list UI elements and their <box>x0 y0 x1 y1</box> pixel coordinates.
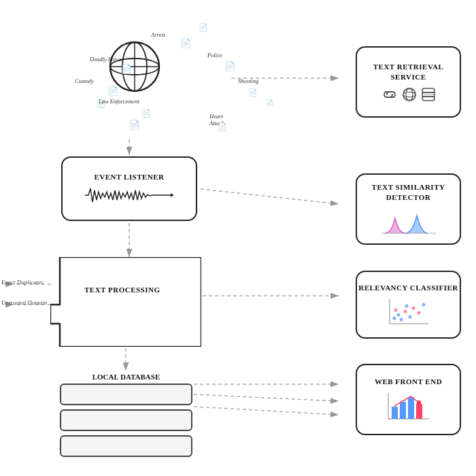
relevancy-classifier-title: Relevancy Classifier <box>358 283 458 292</box>
svg-point-29 <box>393 317 396 320</box>
db-cylinder-2 <box>60 409 192 431</box>
scatter-plot-icon <box>386 298 430 326</box>
web-front-end-title: Web Front End <box>375 377 442 386</box>
db-cylinder-1 <box>60 384 192 405</box>
bar-chart-icon <box>385 392 432 422</box>
svg-rect-44 <box>416 404 422 419</box>
svg-point-21 <box>403 92 415 97</box>
svg-marker-18 <box>171 193 173 197</box>
svg-line-3 <box>201 189 339 204</box>
svg-point-31 <box>394 309 398 312</box>
doc-icon-bottom2: 📄 <box>141 109 151 118</box>
text-similarity-title: Text Similarity Detector <box>357 182 460 202</box>
doc-icon-bottom: 📄 <box>129 120 140 131</box>
keyword-police: Police <box>207 52 222 58</box>
svg-point-30 <box>397 313 401 317</box>
untrusted-domain-label: Untrusted Domain <box>1 299 47 306</box>
keyword-deadly-force: Deadly Force <box>90 56 122 63</box>
text-retrieval-box: Text Retrieval Service <box>356 46 461 118</box>
text-processing-container: Text Processing <box>50 257 201 347</box>
web-front-end-box: Web Front End <box>356 364 461 435</box>
svg-line-12 <box>194 407 339 415</box>
text-processing-shape <box>50 257 201 347</box>
doc-icon-police: 📄 <box>224 61 235 72</box>
svg-point-37 <box>422 303 426 307</box>
relevancy-classifier-box: Relevancy Classifier <box>356 271 461 339</box>
svg-rect-22 <box>422 88 435 92</box>
svg-point-20 <box>406 88 413 101</box>
keyword-custody: Custody <box>75 78 94 84</box>
keyword-shooting: Shooting <box>238 78 258 84</box>
svg-line-11 <box>194 394 339 401</box>
doc-icon-shooting: 📄 <box>248 88 258 97</box>
doc-icon-shooting2: 📄 <box>265 99 273 107</box>
doc-icon-arrest2: 📄 <box>199 23 208 32</box>
doc-icon-custody: 📄 <box>107 86 118 97</box>
text-processing-title: Text Processing <box>84 283 160 295</box>
local-db-label: Local Database <box>60 373 192 381</box>
doc-icon-arrest: 📄 <box>180 38 191 49</box>
svg-rect-43 <box>408 397 414 419</box>
globe-area: Arrest 📄 📄 Deadly Force 📄 Police 📄 Custo… <box>41 12 231 138</box>
svg-point-38 <box>405 305 409 308</box>
doc-icon-heart: 📄 <box>218 122 227 131</box>
link-icon <box>381 88 398 101</box>
waveform-icon <box>85 185 173 205</box>
globe-small-icon <box>402 87 417 102</box>
keyword-law-enforcement: Law Enforcement <box>99 98 139 105</box>
svg-point-32 <box>400 318 403 322</box>
exact-duplicates-label: Exact Duplicates <box>1 279 44 286</box>
svg-point-19 <box>403 88 415 101</box>
svg-point-36 <box>418 311 421 315</box>
svg-point-35 <box>412 307 415 310</box>
svg-rect-41 <box>392 407 398 419</box>
local-database-area: Local Database <box>60 373 192 457</box>
keyword-arrest: Arrest <box>151 31 165 38</box>
bell-curves-icon <box>381 207 436 236</box>
db-cylinder-3 <box>60 435 192 457</box>
event-listener-box: Event Listener <box>61 156 197 221</box>
event-listener-title: Event Listener <box>94 172 164 182</box>
text-retrieval-icons <box>381 87 436 102</box>
svg-rect-42 <box>400 402 406 419</box>
text-retrieval-title: Text Retrieval Service <box>357 62 460 82</box>
svg-point-34 <box>409 316 412 319</box>
database-icon <box>421 87 436 102</box>
svg-rect-24 <box>422 97 435 101</box>
text-similarity-box: Text Similarity Detector <box>356 173 461 245</box>
doc-icon-deadly: 📄 <box>121 64 132 75</box>
svg-point-33 <box>404 310 407 313</box>
diagram: Arrest 📄 📄 Deadly Force 📄 Police 📄 Custo… <box>0 0 476 476</box>
